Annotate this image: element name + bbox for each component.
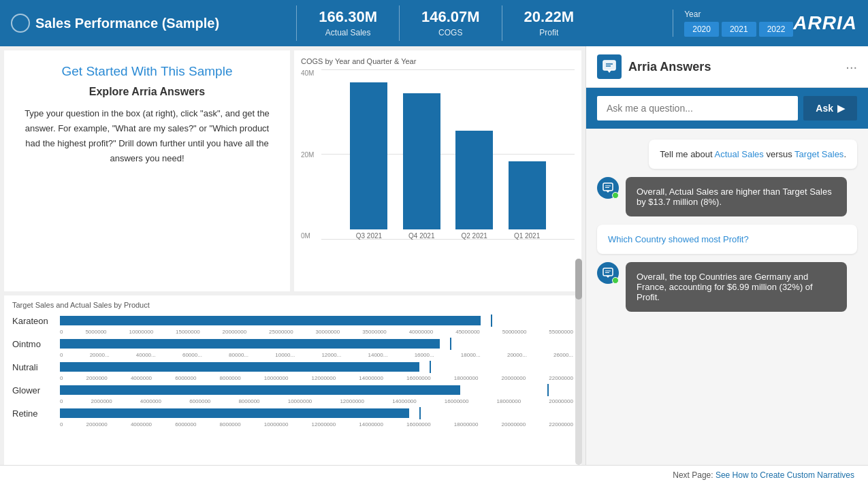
product-chart-panel: Target Sales and Actual Sales by Product… (4, 295, 581, 465)
footer: Next Page: See How to Create Custom Narr… (0, 465, 868, 484)
cogs-bar-q1-2021: Q1 2021 (509, 161, 546, 240)
glower-bar (60, 385, 460, 395)
metric-profit-value: 20.22M (524, 8, 574, 26)
metric-actual-sales-value: 166.30M (319, 8, 377, 26)
nutrali-marker (430, 361, 431, 373)
metric-actual-sales: 166.30M Actual Sales (296, 5, 399, 41)
product-row-nutrali: Nutrali 02000000400000060000008000000100… (12, 361, 573, 373)
svg-marker-8 (606, 191, 610, 193)
arria-answers-header: Arria Answers ··· (586, 46, 868, 88)
metric-profit-label: Profit (539, 28, 558, 37)
bot-response-2: Overall, the top Countries are Germany a… (637, 272, 836, 302)
chat-question-text-2: Which Country showed most Profit? (608, 234, 749, 244)
year-2022-button[interactable]: 2022 (759, 22, 794, 37)
cogs-bar-q2-2021: Q2 2021 (455, 131, 493, 240)
svg-rect-0 (603, 61, 615, 70)
svg-marker-4 (607, 70, 611, 73)
year-label: Year (684, 10, 701, 19)
footer-link[interactable]: See How to Create Custom Narratives (716, 470, 854, 480)
footer-text: Next Page: See How to Create Custom Narr… (673, 470, 854, 480)
cogs-bar-q4-2021: Q4 2021 (403, 93, 440, 240)
product-chart-title: Target Sales and Actual Sales by Product (12, 301, 573, 309)
product-row-karateon: Karateon 0500000010000000150000002000000… (12, 314, 573, 327)
bot-icon-2 (597, 262, 619, 284)
product-row-retine: Retine 020000004000000600000080000001000… (12, 407, 573, 419)
cogs-bar-fill (403, 93, 440, 229)
cogs-bar-fill (509, 161, 546, 229)
get-started-panel: Get Started With This Sample Explore Arr… (4, 50, 290, 291)
year-buttons: 2020 2021 2022 (684, 22, 793, 37)
product-name-karateon: Karateon (12, 316, 60, 326)
arria-answers-title: Arria Answers (628, 60, 846, 74)
y-axis-40m: 40M (301, 69, 314, 77)
cogs-bar-fill (455, 131, 493, 229)
ask-button[interactable]: Ask ▶ (803, 96, 857, 120)
chat-user-text-1: Tell me about Actual Sales versus Target… (660, 149, 846, 159)
svg-marker-12 (606, 276, 610, 278)
ask-button-label: Ask (816, 103, 833, 114)
product-bars-container[interactable]: Karateon 0500000010000000150000002000000… (12, 314, 573, 427)
header-metrics: 166.30M Actual Sales 146.07M COGS 20.22M… (233, 5, 659, 41)
y-axis-20m: 20M (301, 151, 314, 159)
cogs-bar-q3-2021: Q3 2021 (350, 82, 387, 240)
chat-area: Tell me about Actual Sales versus Target… (586, 129, 868, 465)
cogs-bar-fill (350, 82, 387, 229)
bot-response-1: Overall, Actual Sales are higher than Ta… (637, 187, 836, 207)
cogs-chart: COGS by Year and Quarter & Year 0M 20M 4… (294, 50, 581, 291)
product-row-ointmo: Ointmo 020000...40000...60000...80000...… (12, 338, 573, 350)
explore-title: Explore Arria Answers (25, 86, 270, 98)
cogs-bar-label-q4: Q4 2021 (408, 232, 434, 240)
svg-rect-9 (603, 268, 613, 276)
bot-icon-1 (597, 177, 619, 199)
product-name-retine: Retine (12, 408, 60, 419)
cogs-chart-title: COGS by Year and Quarter & Year (301, 57, 575, 65)
glower-marker (547, 384, 549, 396)
product-row-glower: Glower 020000004000000600000080000001000… (12, 384, 573, 396)
product-name-ointmo: Ointmo (12, 339, 60, 349)
retine-bar (60, 408, 409, 418)
year-2021-button[interactable]: 2021 (722, 22, 756, 37)
chat-bubble-user-1: Tell me about Actual Sales versus Target… (649, 140, 857, 169)
metric-actual-sales-label: Actual Sales (325, 28, 371, 37)
scrollbar-thumb[interactable] (575, 295, 581, 300)
karateon-marker (491, 314, 492, 327)
metric-profit: 20.22M Profit (502, 5, 596, 41)
karateon-bar (60, 316, 481, 325)
y-axis-0m: 0M (301, 232, 314, 240)
cogs-bar-label-q2: Q2 2021 (461, 232, 487, 240)
get-started-description: Type your question in the box (at right)… (25, 106, 270, 166)
ointmo-marker (450, 338, 451, 350)
cogs-bar-label-q1: Q1 2021 (514, 232, 540, 240)
ask-input[interactable] (597, 96, 798, 120)
header: Sales Performance (Sample) 166.30M Actua… (0, 0, 868, 46)
more-options-icon[interactable]: ··· (846, 59, 857, 75)
arria-logo: ARRIA (793, 12, 857, 34)
metric-cogs: 146.07M COGS (399, 5, 502, 41)
chat-bot-row-2: Overall, the top Countries are Germany a… (597, 262, 857, 312)
metric-cogs-value: 146.07M (421, 8, 480, 26)
chat-question-2: Which Country showed most Profit? (597, 225, 857, 254)
bot-online-dot-1 (612, 192, 619, 199)
product-name-glower: Glower (12, 385, 60, 396)
logo-circle-icon (11, 14, 30, 33)
ask-arrow-icon: ▶ (837, 103, 845, 114)
arria-answers-panel: Arria Answers ··· Ask ▶ Tell me about Ac… (585, 46, 868, 465)
chat-bot-text-1: Overall, Actual Sales are higher than Ta… (626, 177, 847, 216)
ointmo-bar (60, 339, 440, 349)
nutrali-bar (60, 362, 419, 372)
metric-cogs-label: COGS (438, 28, 462, 37)
bot-online-dot-2 (612, 277, 619, 284)
app-title: Sales Performance (Sample) (35, 16, 219, 31)
scrollbar[interactable] (575, 295, 581, 465)
chat-bot-text-2: Overall, the top Countries are Germany a… (626, 262, 847, 312)
product-name-nutrali: Nutrali (12, 362, 60, 372)
ask-section: Ask ▶ (586, 88, 868, 129)
svg-rect-5 (603, 183, 613, 191)
arria-answers-icon (597, 54, 622, 79)
get-started-title: Get Started With This Sample (25, 64, 270, 79)
cogs-bar-label-q3: Q3 2021 (356, 232, 382, 240)
year-2020-button[interactable]: 2020 (684, 22, 719, 37)
chat-bot-row-1: Overall, Actual Sales are higher than Ta… (597, 177, 857, 216)
retine-marker (419, 407, 421, 419)
year-filter: Year 2020 2021 2022 (673, 10, 793, 37)
